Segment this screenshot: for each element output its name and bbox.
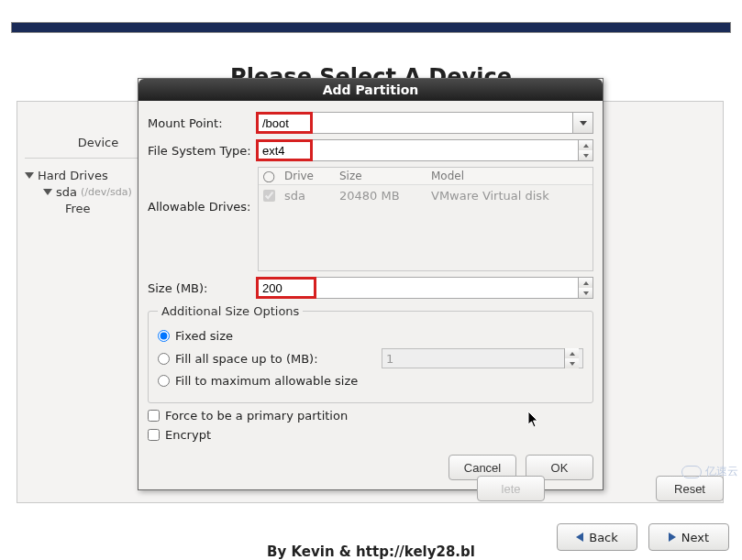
back-label: Back <box>589 531 618 544</box>
drives-header-check: ◯ <box>259 168 279 184</box>
cloud-icon <box>681 466 702 478</box>
spinner-up-icon <box>570 352 575 356</box>
size-label: Size (MB): <box>148 281 258 295</box>
drives-header-drive: Drive <box>279 168 334 184</box>
spinner-down-icon <box>583 154 589 158</box>
force-primary-row[interactable]: Force to be a primary partition <box>148 409 593 423</box>
additional-size-options: Additional Size Options Fixed size Fill … <box>148 304 593 403</box>
allowable-drives-label: Allowable Drives: <box>148 200 258 214</box>
reset-button[interactable]: Reset <box>656 476 724 501</box>
fill-up-value: 1 <box>382 348 583 368</box>
mount-point-combo[interactable] <box>258 112 593 134</box>
drive-model: VMware Virtual disk <box>426 187 592 204</box>
radio-fill-up-label: Fill all space up to (MB): <box>175 352 318 366</box>
spinner-up-icon <box>583 144 589 148</box>
tree-root-label: Hard Drives <box>38 169 108 182</box>
radio-fill-max-label: Fill to maximum allowable size <box>175 374 358 388</box>
aso-legend: Additional Size Options <box>158 304 303 318</box>
encrypt-checkbox[interactable] <box>148 429 160 441</box>
add-partition-dialog: Add Partition Mount Point: File System T… <box>138 78 604 490</box>
corner-brand: 亿速云 <box>681 464 738 479</box>
arrow-left-icon <box>576 533 583 542</box>
drives-header-row: ◯ Drive Size Model <box>259 168 592 185</box>
drive-size: 20480 MB <box>334 187 426 204</box>
delete-button-partial[interactable]: lete <box>477 476 545 501</box>
encrypt-label: Encrypt <box>165 428 211 442</box>
footer-credit: By Kevin & http://kely28.bl <box>0 544 742 560</box>
expand-icon[interactable] <box>43 189 52 195</box>
force-primary-checkbox[interactable] <box>148 410 160 422</box>
fs-type-spinner[interactable] <box>578 140 592 160</box>
mount-point-input[interactable] <box>259 115 310 131</box>
radio-fill-max[interactable] <box>158 375 170 387</box>
top-bar <box>11 22 731 33</box>
radio-fixed[interactable] <box>158 330 170 342</box>
fs-type-input[interactable] <box>259 142 310 159</box>
dialog-title: Add Partition <box>138 79 603 101</box>
radio-fill-up-row[interactable]: Fill all space up to (MB): 1 <box>158 348 583 368</box>
radio-fill-max-row[interactable]: Fill to maximum allowable size <box>158 374 583 388</box>
expand-icon[interactable] <box>25 172 34 179</box>
drive-checkbox[interactable] <box>263 190 275 202</box>
drives-header-model: Model <box>426 168 592 184</box>
table-row[interactable]: sda 20480 MB VMware Virtual disk <box>259 185 592 206</box>
next-label: Next <box>681 531 709 544</box>
fs-type-combo[interactable] <box>258 139 593 161</box>
spinner-up-icon <box>583 281 589 285</box>
tree-free-label: Free <box>65 202 91 215</box>
drives-header-size: Size <box>334 168 426 184</box>
radio-fixed-label: Fixed size <box>175 329 233 343</box>
tree-disk-path: (/dev/sda) <box>81 186 132 198</box>
force-primary-label: Force to be a primary partition <box>165 409 348 423</box>
spinner-down-icon <box>570 362 575 366</box>
radio-fill-up[interactable] <box>158 353 170 365</box>
radio-fixed-row[interactable]: Fixed size <box>158 329 583 343</box>
spinner-down-icon <box>583 291 589 295</box>
chevron-down-icon <box>580 121 587 126</box>
mount-point-dropdown-button[interactable] <box>572 113 592 133</box>
bottom-buttons-partial: lete <box>477 476 545 501</box>
arrow-right-icon <box>669 533 676 542</box>
fs-type-label: File System Type: <box>148 144 258 158</box>
allowable-drives-table: ◯ Drive Size Model sda 20480 MB VMware V… <box>258 167 593 271</box>
tree-disk-label: sda <box>56 185 77 199</box>
encrypt-row[interactable]: Encrypt <box>148 428 593 442</box>
size-input[interactable] <box>259 280 314 296</box>
size-spinner[interactable] <box>578 278 592 298</box>
drive-name: sda <box>279 187 334 204</box>
size-spinbox[interactable] <box>258 277 593 299</box>
mount-point-label: Mount Point: <box>148 116 258 130</box>
